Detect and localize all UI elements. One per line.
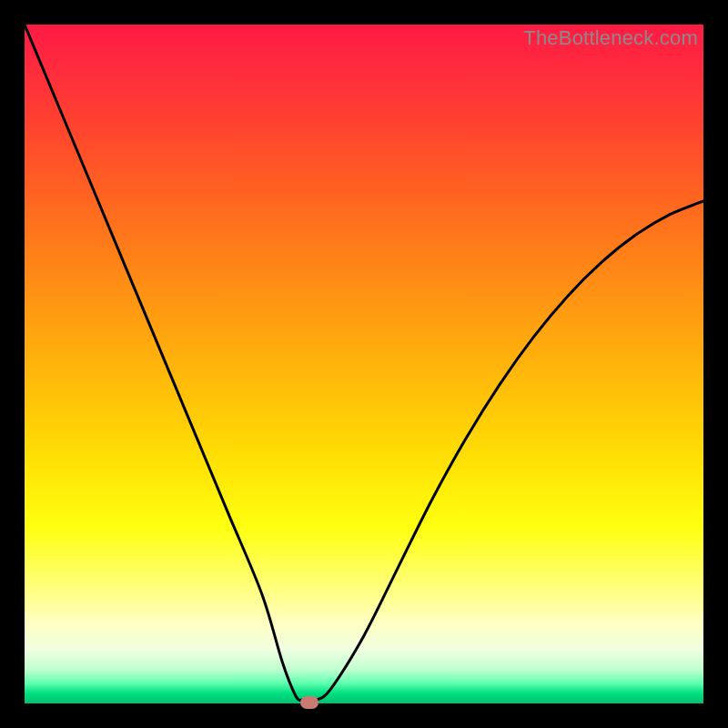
bottleneck-curve bbox=[25, 25, 703, 703]
curve-layer bbox=[25, 25, 703, 703]
optimal-point-marker bbox=[300, 696, 318, 709]
chart-frame: { "watermark": "TheBottleneck.com", "col… bbox=[0, 0, 728, 728]
plot-area: TheBottleneck.com bbox=[25, 25, 703, 703]
